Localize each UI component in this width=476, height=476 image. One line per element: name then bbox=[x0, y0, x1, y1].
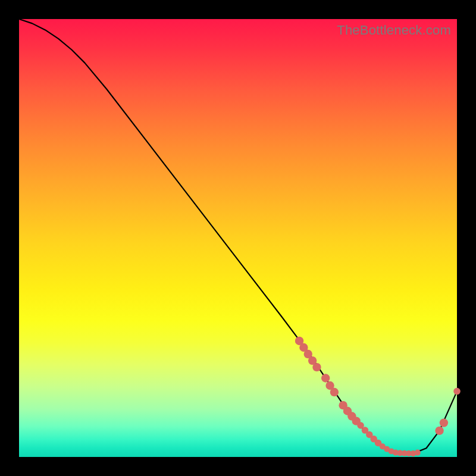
chart-marker bbox=[330, 388, 339, 396]
chart-marker bbox=[453, 388, 461, 395]
chart-marker bbox=[440, 418, 448, 427]
chart-marker bbox=[415, 450, 421, 456]
bottleneck-curve-line bbox=[19, 19, 457, 453]
chart-plot-area: TheBottleneck.com bbox=[19, 19, 457, 457]
chart-markers bbox=[295, 337, 461, 456]
chart-marker bbox=[321, 374, 330, 382]
chart-svg bbox=[19, 19, 457, 457]
chart-frame: TheBottleneck.com bbox=[0, 0, 476, 476]
chart-marker bbox=[435, 427, 443, 435]
chart-marker bbox=[312, 363, 321, 371]
